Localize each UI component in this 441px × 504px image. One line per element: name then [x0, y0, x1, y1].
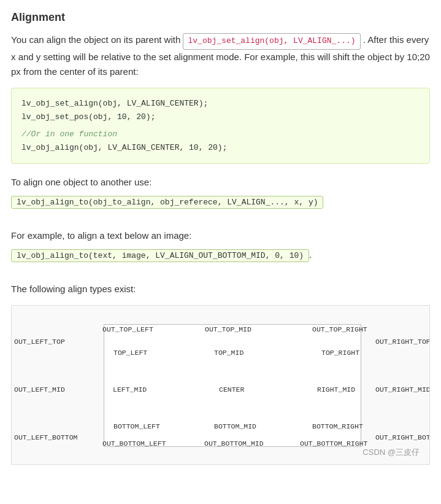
align-label-19: OUT_BOTTOM_MID — [204, 440, 264, 448]
code-line-1: lv_obj_set_align(obj, LV_ALIGN_CENTER); — [21, 97, 420, 110]
intro-paragraph: You can align the object on its parent w… — [11, 33, 430, 79]
section2-label: To align one object to another use: — [11, 175, 430, 190]
align-label-20: OUT_BOTTOM_RIGHT — [300, 440, 367, 448]
align-label-6: TOP_MID — [214, 349, 244, 357]
alignment-diagram: OUT_TOP_LEFTOUT_TOP_MIDOUT_TOP_RIGHTOUT_… — [11, 305, 430, 465]
section3-label: For example, to align a text below an im… — [11, 228, 430, 243]
align-label-10: CENTER — [219, 386, 244, 394]
align-label-12: OUT_RIGHT_MID — [375, 386, 430, 394]
watermark: CSDN @三皮仔 — [362, 447, 420, 458]
inline-code-align: lv_obj_set_align(obj, LV_ALIGN_...) — [183, 33, 360, 50]
section4-label: The following align types exist: — [11, 282, 430, 297]
code-line-2: lv_obj_set_pos(obj, 10, 20); — [21, 110, 420, 124]
align-label-9: LEFT_MID — [113, 386, 147, 394]
align-label-7: TOP_RIGHT — [321, 349, 359, 357]
align-label-1: OUT_TOP_MID — [205, 325, 251, 333]
align-label-18: OUT_BOTTOM_LEFT — [102, 440, 166, 448]
code-line-4: lv_obj_align(obj, LV_ALIGN_CENTER, 10, 2… — [21, 141, 420, 155]
align-label-2: OUT_TOP_RIGHT — [312, 325, 367, 333]
section2-code: lv_obj_align_to(obj_to_align, obj_refere… — [11, 196, 323, 209]
page-title: Alignment — [11, 11, 430, 24]
align-label-16: BOTTOM_RIGHT — [312, 422, 363, 430]
align-label-13: OUT_LEFT_BOTTOM — [14, 433, 78, 441]
section3-code: lv_obj_align_to(text, image, LV_ALIGN_OU… — [11, 249, 309, 262]
intro-text: You can align the object on its parent w… — [11, 34, 180, 45]
align-label-4: OUT_RIGHT_TOP — [375, 338, 430, 346]
diagram-inner: OUT_TOP_LEFTOUT_TOP_MIDOUT_TOP_RIGHTOUT_… — [12, 306, 429, 464]
align-label-3: OUT_LEFT_TOP — [14, 338, 65, 346]
align-label-14: BOTTOM_LEFT — [113, 422, 160, 430]
code-block-1: lv_obj_set_align(obj, LV_ALIGN_CENTER); … — [11, 88, 430, 164]
align-label-5: TOP_LEFT — [113, 349, 147, 357]
align-label-11: RIGHT_MID — [317, 386, 355, 394]
align-label-17: OUT_RIGHT_BOTTOM — [375, 433, 430, 441]
align-label-15: BOTTOM_MID — [214, 422, 256, 430]
align-label-0: OUT_TOP_LEFT — [102, 325, 153, 333]
section3-after: . — [309, 249, 312, 260]
align-label-8: OUT_LEFT_MID — [14, 386, 65, 394]
code-line-3: //Or in one function — [21, 128, 420, 141]
